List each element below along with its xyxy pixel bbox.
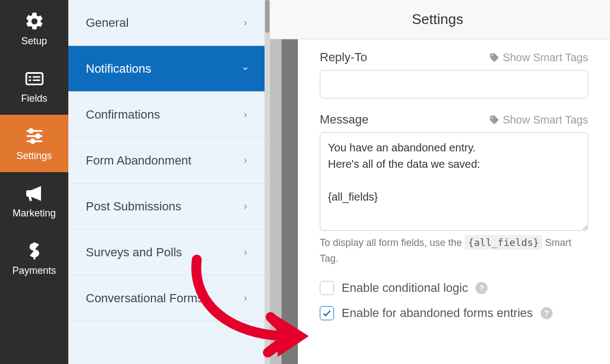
message-textarea[interactable] <box>320 132 588 231</box>
chevron-right-icon: › <box>244 109 247 120</box>
svg-point-8 <box>29 129 33 133</box>
list-icon <box>24 68 45 90</box>
submenu-post-submissions-label: Post Submissions <box>86 199 181 214</box>
checkmark-icon <box>322 308 332 318</box>
settings-submenu: General › Notifications › Confirmations … <box>68 0 265 364</box>
chevron-right-icon: › <box>244 17 247 28</box>
submenu-form-abandonment[interactable]: Form Abandonment › <box>68 138 265 184</box>
chevron-right-icon: › <box>244 246 247 258</box>
message-help-prefix: To display all form fields, use the <box>320 237 462 248</box>
gear-icon <box>24 10 45 32</box>
submenu-general-label: General <box>86 16 128 30</box>
conditional-logic-checkbox[interactable] <box>320 281 334 295</box>
chevron-right-icon: › <box>244 292 247 304</box>
submenu-notifications-label: Notifications <box>86 62 151 76</box>
notification-settings-panel: Reply-To Show Smart Tags Message <box>298 39 610 364</box>
page-title: Settings <box>412 11 464 28</box>
submenu-conversational-forms[interactable]: Conversational Forms › <box>68 275 265 321</box>
submenu-scrollbar-thumb[interactable] <box>265 0 269 33</box>
svg-point-10 <box>31 139 34 143</box>
main-sidebar: Setup Fields Settings Marketing Payments <box>0 0 68 364</box>
conditional-logic-label: Enable conditional logic <box>342 281 468 295</box>
svg-rect-2 <box>28 80 31 81</box>
reply-to-smart-tags-text: Show Smart Tags <box>503 51 588 64</box>
conditional-logic-row: Enable conditional logic ? <box>320 281 588 295</box>
message-help-text: To display all form fields, use the {all… <box>320 235 588 267</box>
nav-payments[interactable]: Payments <box>0 230 68 287</box>
nav-fields-label: Fields <box>21 93 47 104</box>
nav-marketing-label: Marketing <box>13 208 56 219</box>
submenu-general[interactable]: General › <box>68 0 265 46</box>
help-icon[interactable]: ? <box>541 307 553 319</box>
chevron-down-icon: › <box>240 67 251 71</box>
nav-fields[interactable]: Fields <box>0 57 68 115</box>
submenu-surveys-polls[interactable]: Surveys and Polls › <box>68 230 265 275</box>
submenu-form-abandonment-label: Form Abandonment <box>86 154 191 168</box>
message-smart-tags-link[interactable]: Show Smart Tags <box>489 114 588 126</box>
abandoned-entries-label: Enable for abandoned forms entries <box>342 306 533 320</box>
svg-point-9 <box>36 134 39 138</box>
nav-payments-label: Payments <box>12 265 56 277</box>
message-field-block: Message Show Smart Tags To display all f… <box>320 113 588 267</box>
message-label: Message <box>320 113 368 127</box>
nav-settings-label: Settings <box>16 150 52 162</box>
submenu-confirmations-label: Confirmations <box>86 108 160 122</box>
chevron-right-icon: › <box>244 155 247 166</box>
abandoned-entries-checkbox[interactable] <box>320 306 334 320</box>
submenu-post-submissions[interactable]: Post Submissions › <box>68 184 265 230</box>
nav-marketing[interactable]: Marketing <box>0 172 68 230</box>
content-wrap: Settings Reply-To Show Smart Tags <box>265 0 610 364</box>
reply-to-input[interactable] <box>320 70 588 98</box>
nav-setup[interactable]: Setup <box>0 0 68 57</box>
dollar-icon <box>24 240 45 262</box>
reply-to-label: Reply-To <box>320 50 367 64</box>
panel-gutter <box>281 39 298 364</box>
tags-icon <box>489 52 500 63</box>
svg-rect-3 <box>33 77 40 78</box>
abandoned-entries-row: Enable for abandoned forms entries ? <box>320 306 588 320</box>
svg-rect-4 <box>33 80 40 81</box>
page-title-bar: Settings <box>265 0 610 39</box>
submenu-scrollbar[interactable] <box>265 0 270 364</box>
tags-icon <box>489 114 500 125</box>
nav-settings[interactable]: Settings <box>0 115 68 172</box>
reply-to-smart-tags-link[interactable]: Show Smart Tags <box>489 51 588 64</box>
message-help-code: {all_fields} <box>465 235 542 250</box>
submenu-notifications[interactable]: Notifications › <box>68 46 265 92</box>
chevron-right-icon: › <box>244 201 247 212</box>
message-smart-tags-text: Show Smart Tags <box>503 114 588 126</box>
submenu-surveys-polls-label: Surveys and Polls <box>86 245 182 260</box>
submenu-confirmations[interactable]: Confirmations › <box>68 92 265 138</box>
help-icon[interactable]: ? <box>476 282 488 294</box>
sliders-icon <box>24 125 45 147</box>
nav-setup-label: Setup <box>21 36 47 47</box>
bullhorn-icon <box>24 183 45 204</box>
reply-to-field-block: Reply-To Show Smart Tags <box>320 50 588 98</box>
svg-rect-1 <box>28 77 31 78</box>
svg-rect-0 <box>26 73 43 85</box>
submenu-conversational-forms-label: Conversational Forms <box>86 291 203 306</box>
